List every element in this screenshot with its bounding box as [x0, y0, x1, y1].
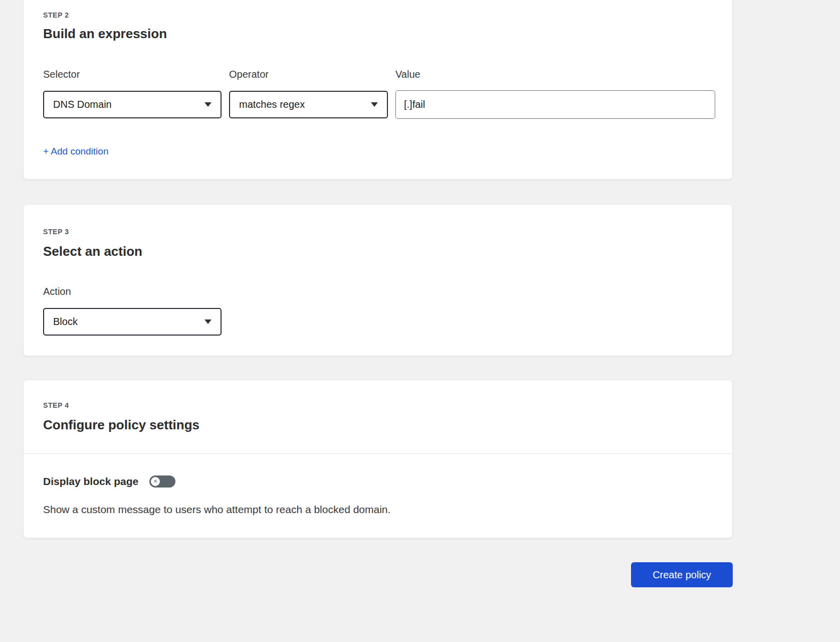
step2-title: Build an expression [43, 26, 167, 42]
value-label: Value [395, 69, 421, 80]
action-label: Action [43, 286, 71, 297]
operator-label: Operator [229, 69, 269, 80]
selector-dropdown[interactable]: DNS Domain [43, 91, 222, 118]
chevron-down-icon [204, 319, 212, 324]
section-divider [24, 453, 732, 454]
operator-dropdown[interactable]: matches regex [229, 91, 388, 118]
selector-dropdown-value: DNS Domain [53, 99, 112, 110]
step4-card: STEP 4 Configure policy settings Display… [23, 380, 733, 538]
add-condition-link[interactable]: + Add condition [43, 146, 108, 157]
step4-title: Configure policy settings [43, 417, 199, 433]
step2-step-label: STEP 2 [43, 11, 69, 19]
action-dropdown[interactable]: Block [43, 308, 222, 336]
step3-step-label: STEP 3 [43, 228, 69, 236]
step3-card: STEP 3 Select an action Action Block [23, 204, 733, 356]
display-block-page-toggle[interactable]: ✕ [149, 475, 175, 488]
step4-step-label: STEP 4 [43, 401, 69, 409]
selector-label: Selector [43, 69, 80, 80]
toggle-off-icon: ✕ [151, 477, 160, 486]
create-policy-button[interactable]: Create policy [631, 562, 733, 587]
step3-title: Select an action [43, 244, 142, 259]
step2-card: STEP 2 Build an expression Selector Oper… [23, 0, 733, 180]
chevron-down-icon [204, 102, 212, 107]
operator-dropdown-value: matches regex [239, 99, 305, 110]
display-block-page-label: Display block page [43, 475, 138, 488]
value-input[interactable] [395, 90, 715, 119]
action-dropdown-value: Block [53, 316, 78, 328]
display-block-page-description: Show a custom message to users who attem… [43, 504, 390, 516]
chevron-down-icon [371, 102, 378, 107]
display-block-page-row: Display block page ✕ [43, 475, 175, 488]
